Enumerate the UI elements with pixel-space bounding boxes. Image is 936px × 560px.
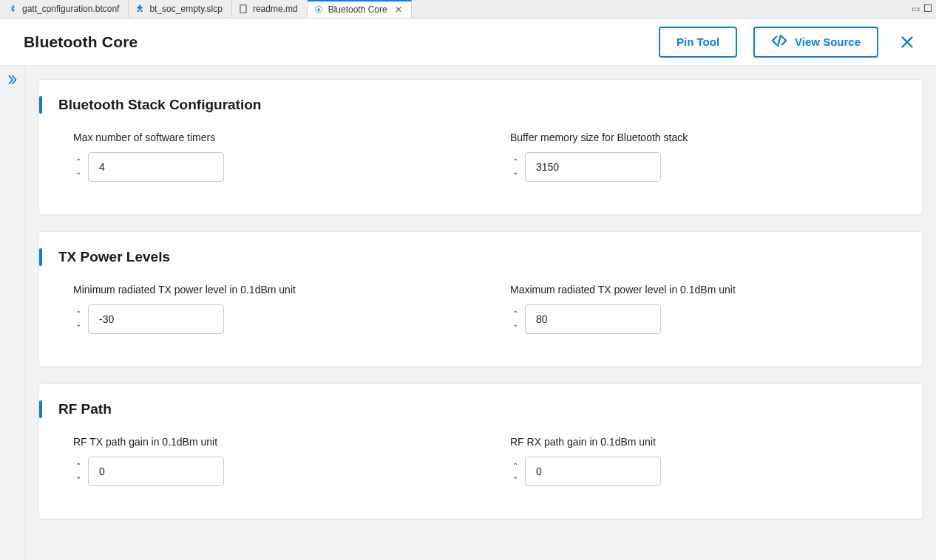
ide-tab-bluetooth-core[interactable]: Bluetooth Core ✕ <box>308 0 412 18</box>
ide-tabstrip: gatt_configuration.btconf bt_soc_empty.s… <box>0 0 936 18</box>
step-up-button[interactable]: ⌃ <box>510 462 520 470</box>
step-up-button[interactable]: ⌃ <box>73 462 84 470</box>
ide-tab-label: readme.md <box>253 4 298 14</box>
puzzle-icon <box>135 4 145 14</box>
rf-rx-gain-input[interactable] <box>525 457 661 486</box>
maximize-button[interactable] <box>924 4 932 14</box>
ide-tab-readme[interactable]: readme.md <box>232 0 308 18</box>
ide-tab-label: bt_soc_empty.slcp <box>149 4 223 14</box>
step-down-button[interactable]: ⌄ <box>510 321 520 328</box>
ide-tab-bt-soc-empty[interactable]: bt_soc_empty.slcp <box>129 0 232 18</box>
field-label: Minimum radiated TX power level in 0.1dB… <box>73 284 466 296</box>
step-down-button[interactable]: ⌄ <box>73 168 84 176</box>
step-down-button[interactable]: ⌄ <box>73 321 84 328</box>
pin-tool-button[interactable]: Pin Tool <box>659 27 737 58</box>
minimize-button[interactable]: ▭ <box>912 4 920 14</box>
rf-tx-gain-input[interactable] <box>88 457 224 486</box>
content-area: Bluetooth Stack Configuration Max number… <box>25 66 936 560</box>
field-min-tx-power: Minimum radiated TX power level in 0.1dB… <box>73 284 466 334</box>
max-timers-input[interactable] <box>88 152 224 182</box>
gear-icon <box>313 4 324 15</box>
step-up-button[interactable]: ⌃ <box>73 310 84 318</box>
card-title: TX Power Levels <box>58 249 170 265</box>
step-down-button[interactable]: ⌄ <box>510 473 520 480</box>
view-source-label: View Source <box>795 35 861 48</box>
card-rf-path: RF Path RF TX path gain in 0.1dBm unit ⌃… <box>38 383 923 519</box>
svg-point-1 <box>317 8 320 11</box>
field-max-timers: Max number of software timers ⌃ ⌄ <box>73 132 466 182</box>
svg-line-2 <box>778 35 781 46</box>
field-label: RF RX path gain in 0.1dBm unit <box>510 436 903 448</box>
step-down-button[interactable]: ⌄ <box>73 473 84 480</box>
field-rf-rx-gain: RF RX path gain in 0.1dBm unit ⌃ ⌄ <box>510 436 903 486</box>
field-buffer-size: Buffer memory size for Bluetooth stack ⌃… <box>510 132 903 182</box>
close-button[interactable] <box>899 34 915 50</box>
step-up-button[interactable]: ⌃ <box>510 310 520 318</box>
svg-rect-0 <box>240 5 246 13</box>
accent-bar <box>39 96 42 114</box>
view-source-button[interactable]: View Source <box>753 27 878 58</box>
accent-bar <box>39 248 42 266</box>
max-tx-power-input[interactable] <box>525 304 661 334</box>
page-header: Bluetooth Core Pin Tool View Source <box>0 18 936 66</box>
card-bluetooth-stack: Bluetooth Stack Configuration Max number… <box>38 79 923 215</box>
step-down-button[interactable]: ⌄ <box>510 168 520 176</box>
card-tx-power: TX Power Levels Minimum radiated TX powe… <box>38 231 923 367</box>
field-label: Maximum radiated TX power level in 0.1dB… <box>510 284 903 296</box>
bluetooth-icon <box>7 4 18 14</box>
accent-bar <box>39 400 42 418</box>
sidebar-gutter <box>0 66 25 560</box>
ide-tab-label: Bluetooth Core <box>328 4 387 15</box>
ide-tab-gatt-config[interactable]: gatt_configuration.btconf <box>1 0 129 18</box>
step-up-button[interactable]: ⌃ <box>73 158 84 165</box>
field-max-tx-power: Maximum radiated TX power level in 0.1dB… <box>510 284 903 334</box>
ide-tab-label: gatt_configuration.btconf <box>22 4 119 14</box>
window-controls: ▭ <box>912 0 936 18</box>
field-label: Buffer memory size for Bluetooth stack <box>510 132 903 143</box>
card-title: RF Path <box>58 401 112 417</box>
pin-tool-label: Pin Tool <box>676 35 719 48</box>
min-tx-power-input[interactable] <box>88 304 224 334</box>
card-title: Bluetooth Stack Configuration <box>58 97 261 113</box>
field-rf-tx-gain: RF TX path gain in 0.1dBm unit ⌃ ⌄ <box>73 436 466 486</box>
expand-sidebar-button[interactable] <box>6 73 19 560</box>
code-icon <box>771 33 787 51</box>
doc-icon <box>238 4 248 14</box>
close-icon[interactable]: ✕ <box>395 4 402 15</box>
step-up-button[interactable]: ⌃ <box>510 158 520 165</box>
buffer-size-input[interactable] <box>525 152 661 182</box>
field-label: RF TX path gain in 0.1dBm unit <box>73 436 466 448</box>
field-label: Max number of software timers <box>73 132 466 143</box>
page-title: Bluetooth Core <box>24 33 138 51</box>
